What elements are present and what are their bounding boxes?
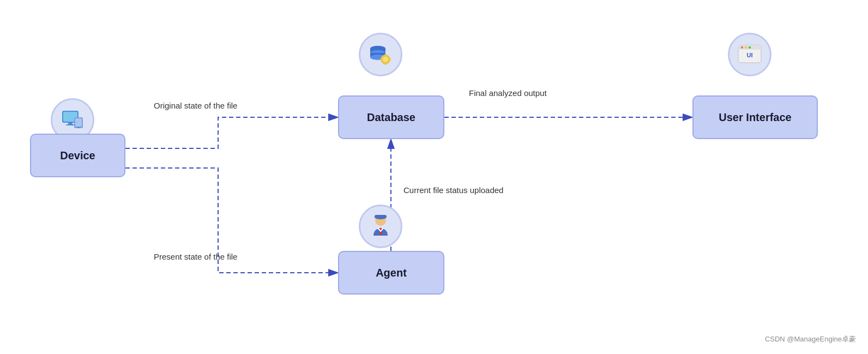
agent-icon-svg — [366, 212, 395, 241]
watermark: CSDN @ManageEngine卓豪 — [765, 334, 856, 344]
label-present: Present state of the file — [154, 252, 237, 261]
svg-rect-23 — [375, 215, 387, 218]
svg-rect-5 — [68, 123, 73, 124]
database-label: Database — [367, 111, 415, 124]
ui-label: User Interface — [719, 111, 791, 124]
svg-point-29 — [745, 46, 747, 49]
device-label: Device — [60, 149, 95, 162]
ui-icon: UI — [728, 33, 771, 76]
database-icon — [359, 33, 402, 76]
label-current: Current file status uploaded — [403, 185, 503, 195]
agent-label: Agent — [376, 267, 407, 279]
device-icon-svg — [58, 105, 87, 135]
diagram-container: Device Database — [0, 0, 868, 354]
svg-text:UI: UI — [747, 52, 753, 58]
device-node: Device — [30, 134, 125, 177]
agent-node: Agent — [338, 251, 444, 295]
svg-point-30 — [749, 46, 751, 49]
label-original: Original state of the file — [154, 101, 237, 110]
svg-point-28 — [741, 46, 743, 49]
svg-point-16 — [383, 57, 388, 62]
ui-icon-svg: UI — [735, 40, 764, 69]
label-final: Final analyzed output — [469, 88, 547, 98]
agent-icon — [359, 205, 402, 248]
database-icon-svg — [366, 40, 395, 69]
svg-rect-18 — [385, 63, 387, 65]
ui-node: User Interface — [692, 95, 818, 139]
svg-rect-6 — [66, 124, 75, 125]
svg-rect-20 — [389, 59, 391, 61]
svg-rect-19 — [380, 59, 382, 61]
svg-point-9 — [78, 127, 79, 128]
svg-rect-8 — [75, 118, 82, 127]
svg-rect-17 — [385, 54, 387, 56]
database-node: Database — [338, 95, 444, 139]
